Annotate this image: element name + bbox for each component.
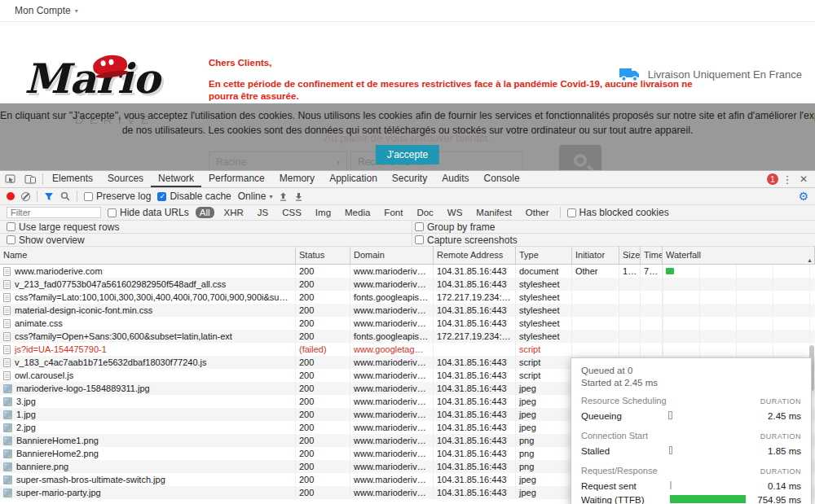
cookie-banner: En cliquant sur "J'accepte", vous accept… bbox=[0, 103, 815, 170]
tab-sources[interactable]: Sources bbox=[100, 171, 151, 187]
col-initiator[interactable]: Initiator bbox=[572, 247, 619, 264]
col-status[interactable]: Status bbox=[296, 247, 350, 264]
checkbox-unchecked bbox=[415, 235, 424, 244]
timing-bar bbox=[670, 495, 746, 503]
cell-status: 200 bbox=[296, 356, 350, 369]
col-time[interactable]: Time bbox=[641, 247, 663, 264]
accept-cookies-button[interactable]: J'accepte bbox=[376, 145, 439, 164]
filter-pill-js[interactable]: JS bbox=[253, 207, 272, 218]
tab-audits[interactable]: Audits bbox=[434, 171, 476, 187]
group-by-frame-checkbox[interactable]: Group by frame bbox=[415, 221, 495, 233]
filter-pill-doc[interactable]: Doc bbox=[412, 207, 437, 218]
cell-status: 200 bbox=[296, 486, 350, 499]
tab-network[interactable]: Network bbox=[151, 171, 201, 187]
timing-value: 2.45 ms bbox=[754, 411, 801, 421]
browser-page: Mon Compte ▾ Mario DERIVE Chers Clients,… bbox=[0, 0, 815, 170]
col-waterfall[interactable]: Waterfall ▲ bbox=[663, 247, 815, 264]
close-icon[interactable]: ✕ bbox=[796, 173, 811, 185]
settings-gear-icon[interactable]: ⚙ bbox=[798, 191, 808, 202]
cell-domain: www.marioderive.com bbox=[350, 486, 434, 499]
timing-duration-header: DURATION bbox=[760, 467, 801, 476]
inspect-element-icon[interactable] bbox=[0, 171, 20, 187]
tab-security[interactable]: Security bbox=[385, 171, 434, 187]
tab-memory[interactable]: Memory bbox=[272, 171, 322, 187]
network-row[interactable]: animate.css200www.marioderive.com104.31.… bbox=[0, 317, 815, 330]
checkbox-unchecked bbox=[84, 192, 93, 201]
network-filterbar: Hide data URLs AllXHRJSCSSImgMediaFontDo… bbox=[0, 205, 815, 221]
device-toolbar-icon[interactable] bbox=[20, 171, 41, 187]
cell-status: 200 bbox=[296, 460, 350, 473]
has-blocked-cookies-checkbox[interactable]: Has blocked cookies bbox=[567, 207, 669, 218]
import-har-icon[interactable] bbox=[279, 192, 288, 201]
cell-status: 200 bbox=[296, 447, 350, 460]
cell-type: jpeg bbox=[516, 408, 572, 421]
account-menu[interactable]: Mon Compte ▾ bbox=[0, 0, 815, 22]
cell-type: jpeg bbox=[516, 473, 572, 486]
tab-elements[interactable]: Elements bbox=[45, 171, 100, 187]
timing-label: Waiting (TTFB) bbox=[581, 495, 667, 504]
network-row[interactable]: www.marioderive.com200www.marioderive.co… bbox=[0, 265, 815, 278]
network-row[interactable]: css?family=Lato:100,100i,300,300i,400,40… bbox=[0, 291, 815, 304]
cell-remote: 104.31.85.16:443 bbox=[434, 356, 516, 369]
cell-status: 200 bbox=[296, 330, 350, 343]
col-type[interactable]: Type bbox=[516, 247, 572, 264]
filter-input[interactable] bbox=[7, 207, 101, 218]
filter-pill-media[interactable]: Media bbox=[341, 207, 374, 218]
request-name-cell: css?family=Open+Sans:300,600&subset=lati… bbox=[0, 330, 296, 343]
show-overview-checkbox[interactable]: Show overview bbox=[7, 234, 85, 246]
throttling-select[interactable]: Online ▾ bbox=[238, 191, 273, 202]
export-har-icon[interactable] bbox=[294, 192, 303, 201]
tab-application[interactable]: Application bbox=[322, 171, 385, 187]
record-button[interactable] bbox=[7, 192, 15, 200]
timing-section-title: Resource Scheduling bbox=[581, 396, 667, 405]
hide-data-urls-checkbox[interactable]: Hide data URLs bbox=[108, 207, 189, 218]
search-icon[interactable] bbox=[60, 191, 70, 201]
filter-pill-ws[interactable]: WS bbox=[443, 207, 467, 218]
cell-waterfall bbox=[663, 343, 815, 356]
timing-sections: Resource SchedulingDURATIONQueueing2.45 … bbox=[581, 396, 801, 504]
network-row[interactable]: js?id=UA-154475790-1(failed)www.googleta… bbox=[0, 343, 815, 356]
cookie-line1: En cliquant sur "J'accepte", vous accept… bbox=[0, 109, 815, 124]
col-size[interactable]: Size bbox=[619, 247, 641, 264]
filter-pill-img[interactable]: Img bbox=[311, 207, 335, 218]
network-row[interactable]: v_213_fad07753b047a561602982950f548adf_a… bbox=[0, 278, 815, 291]
request-name: 1.jpg bbox=[16, 408, 36, 421]
clear-icon[interactable] bbox=[21, 192, 30, 201]
network-row[interactable]: css?family=Open+Sans:300,600&subset=lati… bbox=[0, 330, 815, 343]
filter-pill-font[interactable]: Font bbox=[380, 207, 407, 218]
request-name-cell: banniere.png bbox=[0, 460, 296, 473]
request-name: banniere.png bbox=[16, 460, 68, 473]
disable-cache-checkbox[interactable]: Disable cache bbox=[157, 191, 231, 202]
col-domain[interactable]: Domain bbox=[350, 247, 434, 264]
stylesheet-file-icon bbox=[3, 332, 11, 341]
filter-pill-all[interactable]: All bbox=[196, 207, 214, 218]
col-remote-address[interactable]: Remote Address bbox=[434, 247, 516, 264]
filter-pill-xhr[interactable]: XHR bbox=[220, 207, 248, 218]
document-file-icon bbox=[3, 267, 11, 276]
capture-screenshots-checkbox[interactable]: Capture screenshots bbox=[415, 234, 518, 246]
cell-initiator: Other bbox=[572, 265, 619, 278]
col-name[interactable]: Name bbox=[0, 247, 296, 264]
cell-initiator bbox=[572, 343, 619, 356]
filter-pill-css[interactable]: CSS bbox=[278, 207, 306, 218]
cell-time: 767... bbox=[641, 265, 663, 278]
filter-pill-manifest[interactable]: Manifest bbox=[472, 207, 515, 218]
cell-remote: 104.31.85.16:443 bbox=[434, 369, 516, 382]
cell-type: png bbox=[516, 460, 572, 473]
preserve-log-checkbox[interactable]: Preserve log bbox=[84, 191, 151, 202]
request-name-cell: 1.jpg bbox=[0, 408, 296, 421]
network-row[interactable]: material-design-iconic-font.min.css200ww… bbox=[0, 304, 815, 317]
scroll-up-arrow[interactable]: ▲ bbox=[807, 252, 813, 264]
image-file-icon bbox=[3, 476, 12, 484]
tab-performance[interactable]: Performance bbox=[201, 171, 272, 187]
error-count-badge[interactable]: 1 bbox=[767, 173, 778, 185]
timing-started: Started at 2.45 ms bbox=[581, 378, 801, 388]
use-large-request-rows-checkbox[interactable]: Use large request rows bbox=[7, 221, 119, 233]
cell-domain: www.marioderive.com bbox=[350, 304, 434, 317]
tab-console[interactable]: Console bbox=[477, 171, 527, 187]
request-name: BanniereHome2.png bbox=[16, 447, 99, 460]
filter-funnel-icon[interactable] bbox=[44, 192, 54, 201]
kebab-menu-icon[interactable]: ⋮ bbox=[781, 173, 794, 186]
waterfall-bar bbox=[666, 268, 674, 274]
filter-pill-other[interactable]: Other bbox=[522, 207, 553, 218]
